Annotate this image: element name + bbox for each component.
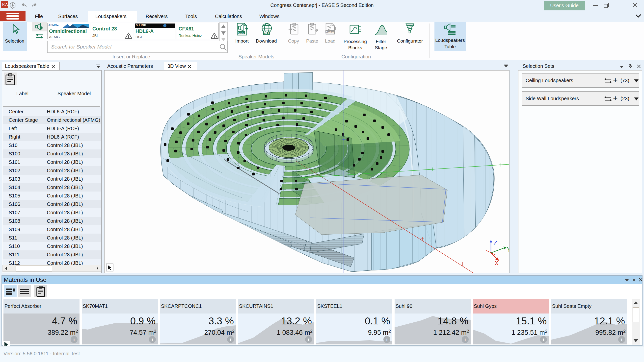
- svg-text:Y: Y: [507, 246, 509, 253]
- svg-text:GLL: GLL: [264, 32, 270, 35]
- svg-text:X: X: [494, 259, 498, 267]
- svg-text:Z: Z: [494, 239, 497, 247]
- svg-text:XGLC: XGLC: [326, 30, 334, 34]
- svg-text:GLL: GLL: [238, 31, 244, 35]
